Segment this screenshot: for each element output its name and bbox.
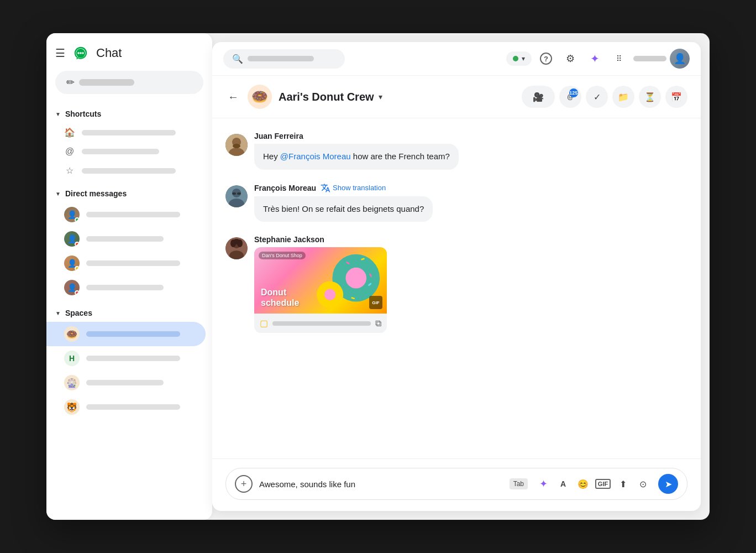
integrations-icon: ⏳ [644, 92, 655, 102]
card-gif-badge: GIF [369, 296, 382, 309]
format-button[interactable]: A [554, 475, 572, 493]
integrations-button[interactable]: ⏳ [639, 86, 661, 108]
message-group-francois: François Moreau Show translation Très bi… [225, 183, 687, 222]
shortcut-home[interactable]: 🏠 [46, 123, 212, 142]
dm-item-4[interactable]: 👤 [46, 275, 212, 300]
card-title-line1: Donut [261, 287, 299, 298]
svg-rect-12 [237, 192, 241, 195]
send-icon: ➤ [665, 479, 672, 489]
space-donut-icon: 🍩 [64, 326, 80, 342]
sidebar: ☰ Chat ✏ ▼ Shortcuts [46, 33, 212, 520]
chat-title: Aari's Donut Crew [279, 91, 374, 103]
status-dot-orange [75, 266, 80, 271]
gemini-icon: ✦ [590, 52, 600, 65]
francois-sender-row: François Moreau Show translation [254, 183, 687, 193]
card-copy-button[interactable]: ⧉ [375, 319, 381, 328]
space-swirl-icon: 🎡 [64, 375, 80, 390]
dm-header[interactable]: ▼ Direct messages [46, 185, 212, 202]
new-chat-button[interactable]: ✏ [55, 71, 203, 94]
tab-badge: Tab [510, 478, 528, 489]
files-button[interactable]: 📁 [612, 86, 634, 108]
card-text: Donut schedule [261, 287, 299, 308]
app-logo [72, 44, 90, 62]
gemini-compose-icon: ✦ [539, 478, 548, 490]
stephanie-message-content: Stephanie Jackson [254, 235, 687, 333]
francois-message-bubble: Très bien! On se refait des beignets qua… [254, 196, 433, 222]
more-button[interactable]: ⊙ [634, 475, 652, 493]
files-icon: 📁 [618, 92, 629, 102]
format-icon: A [560, 479, 566, 488]
show-translation-button[interactable]: Show translation [321, 183, 386, 193]
calendar-button[interactable]: 📅 [665, 86, 687, 108]
card-title-line2: schedule [261, 298, 299, 308]
gemini-button[interactable]: ✦ [585, 49, 605, 69]
video-call-button[interactable]: 🎥 [522, 86, 555, 108]
chat-container: 🔍 ▾ ? ⚙ ✦ ⠿ [212, 42, 701, 511]
tasks-button[interactable]: ✓ [586, 86, 608, 108]
star-icon: ☆ [64, 165, 75, 176]
messages-area: Juan Ferreira Hey @François Moreau how a… [212, 118, 701, 458]
attach-button[interactable]: ⬆ [614, 475, 632, 493]
grid-button[interactable]: ⠿ [609, 49, 629, 69]
juan-sender-name: Juan Ferreira [254, 132, 303, 140]
compose-input[interactable] [259, 479, 503, 489]
user-name-bar [633, 56, 666, 61]
sidebar-header: ☰ Chat [46, 33, 212, 71]
status-dot-red-2 [75, 290, 80, 295]
spaces-header[interactable]: ▼ Spaces [46, 304, 212, 322]
shortcut-mentions[interactable]: @ [46, 142, 212, 161]
spaces-title: Spaces [65, 309, 92, 317]
stephanie-sender-row: Stephanie Jackson [254, 235, 687, 244]
compose-add-button[interactable]: + [235, 475, 253, 493]
dm-item-3[interactable]: 👤 [46, 251, 212, 275]
shortcuts-arrow: ▼ [55, 111, 61, 117]
shortcuts-header[interactable]: ▼ Shortcuts [46, 105, 212, 123]
hamburger-icon[interactable]: ☰ [55, 46, 65, 60]
space-item-donut[interactable]: 🍩 [46, 322, 206, 346]
user-avatar[interactable]: 👤 [670, 49, 690, 69]
message-group-juan: Juan Ferreira Hey @François Moreau how a… [225, 132, 687, 170]
space-item-h[interactable]: H [46, 346, 212, 371]
space-item-swirl[interactable]: 🎡 [46, 371, 212, 395]
top-bar: 🔍 ▾ ? ⚙ ✦ ⠿ [212, 42, 701, 76]
mentions-button[interactable]: @125 [559, 86, 581, 108]
svg-point-3 [82, 52, 84, 54]
dm-arrow: ▼ [55, 191, 61, 197]
gif-button[interactable]: GIF [594, 475, 612, 493]
svg-point-20 [345, 268, 366, 289]
francois-message-content: François Moreau Show translation Très bi… [254, 183, 687, 222]
juan-avatar [225, 134, 248, 156]
back-button[interactable]: ← [225, 88, 241, 106]
top-bar-actions: ▾ ? ⚙ ✦ ⠿ 👤 [506, 49, 690, 69]
settings-button[interactable]: ⚙ [560, 49, 580, 69]
dm-avatar-1: 👤 [64, 207, 80, 222]
help-button[interactable]: ? [536, 49, 556, 69]
shortcut-starred[interactable]: ☆ [46, 161, 212, 180]
send-button[interactable]: ➤ [658, 474, 678, 494]
direct-messages-section: ▼ Direct messages 👤 👤 👤 [46, 182, 212, 302]
shortcuts-title: Shortcuts [65, 109, 101, 118]
space-item-tiger[interactable]: 🐯 [46, 395, 212, 419]
chat-title-chevron[interactable]: ▾ [379, 92, 382, 101]
group-icon: 🍩 [248, 85, 272, 109]
status-dropdown-arrow: ▾ [522, 55, 525, 62]
svg-point-27 [324, 289, 336, 300]
search-bar[interactable]: 🔍 [223, 49, 345, 69]
compose-actions: ✦ A 😊 GIF ⬆ ⊙ [534, 475, 652, 493]
stephanie-sender-name: Stephanie Jackson [254, 235, 324, 244]
svg-point-1 [77, 52, 80, 54]
dm-avatar-2: 👤 [64, 231, 80, 247]
emoji-icon: 😊 [578, 479, 589, 489]
svg-point-18 [233, 239, 240, 244]
francois-avatar [225, 185, 248, 207]
status-pill[interactable]: ▾ [506, 51, 532, 66]
emoji-button[interactable]: 😊 [574, 475, 592, 493]
video-icon: 🎥 [533, 92, 544, 102]
svg-point-2 [80, 52, 82, 54]
card-shop-label: Dan's Donut Shop [259, 252, 306, 259]
dm-item-1[interactable]: 👤 [46, 202, 212, 227]
dm-item-2[interactable]: 👤 [46, 227, 212, 251]
card-attachment[interactable]: Dan's Donut Shop Donut schedule GIF ▢ ⧉ [254, 247, 387, 333]
help-icon: ? [540, 53, 552, 65]
gemini-compose-button[interactable]: ✦ [534, 475, 552, 493]
